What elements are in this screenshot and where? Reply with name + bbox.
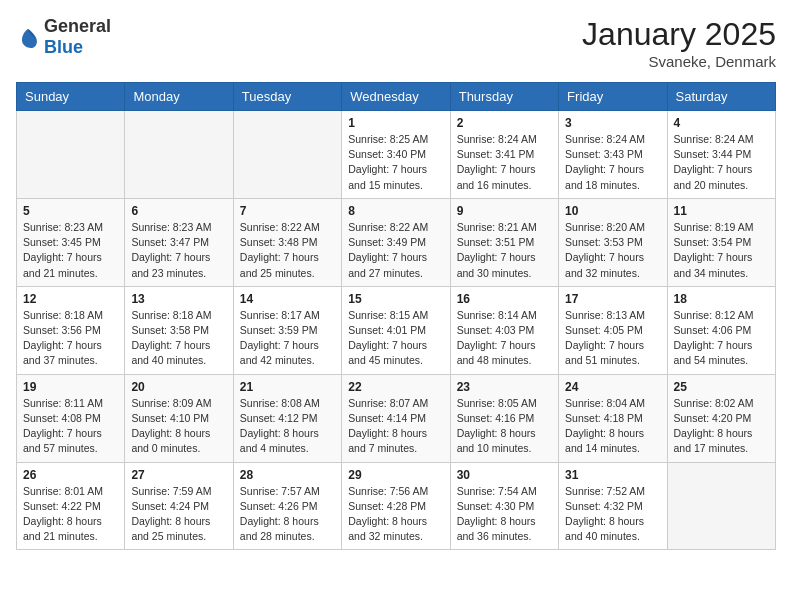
- day-of-week-header: Thursday: [450, 83, 558, 111]
- calendar-week-row: 26Sunrise: 8:01 AMSunset: 4:22 PMDayligh…: [17, 462, 776, 550]
- day-number: 20: [131, 380, 226, 394]
- day-info: Sunrise: 7:54 AMSunset: 4:30 PMDaylight:…: [457, 484, 552, 545]
- day-number: 14: [240, 292, 335, 306]
- location: Svaneke, Denmark: [582, 53, 776, 70]
- calendar-week-row: 19Sunrise: 8:11 AMSunset: 4:08 PMDayligh…: [17, 374, 776, 462]
- day-number: 16: [457, 292, 552, 306]
- day-info: Sunrise: 8:23 AMSunset: 3:45 PMDaylight:…: [23, 220, 118, 281]
- page-header: General Blue January 2025 Svaneke, Denma…: [16, 16, 776, 70]
- day-number: 6: [131, 204, 226, 218]
- calendar-day-cell: 14Sunrise: 8:17 AMSunset: 3:59 PMDayligh…: [233, 286, 341, 374]
- calendar-day-cell: 26Sunrise: 8:01 AMSunset: 4:22 PMDayligh…: [17, 462, 125, 550]
- day-info: Sunrise: 8:24 AMSunset: 3:43 PMDaylight:…: [565, 132, 660, 193]
- day-number: 25: [674, 380, 769, 394]
- day-info: Sunrise: 8:12 AMSunset: 4:06 PMDaylight:…: [674, 308, 769, 369]
- day-number: 24: [565, 380, 660, 394]
- logo: General Blue: [16, 16, 111, 58]
- calendar-day-cell: 7Sunrise: 8:22 AMSunset: 3:48 PMDaylight…: [233, 198, 341, 286]
- day-number: 9: [457, 204, 552, 218]
- day-number: 22: [348, 380, 443, 394]
- calendar-day-cell: 30Sunrise: 7:54 AMSunset: 4:30 PMDayligh…: [450, 462, 558, 550]
- calendar-week-row: 5Sunrise: 8:23 AMSunset: 3:45 PMDaylight…: [17, 198, 776, 286]
- day-info: Sunrise: 8:24 AMSunset: 3:41 PMDaylight:…: [457, 132, 552, 193]
- day-of-week-header: Sunday: [17, 83, 125, 111]
- calendar-day-cell: 3Sunrise: 8:24 AMSunset: 3:43 PMDaylight…: [559, 111, 667, 199]
- calendar-day-cell: [17, 111, 125, 199]
- day-info: Sunrise: 8:24 AMSunset: 3:44 PMDaylight:…: [674, 132, 769, 193]
- calendar-day-cell: 19Sunrise: 8:11 AMSunset: 4:08 PMDayligh…: [17, 374, 125, 462]
- calendar-day-cell: 15Sunrise: 8:15 AMSunset: 4:01 PMDayligh…: [342, 286, 450, 374]
- calendar-table: SundayMondayTuesdayWednesdayThursdayFrid…: [16, 82, 776, 550]
- day-number: 27: [131, 468, 226, 482]
- calendar-day-cell: 12Sunrise: 8:18 AMSunset: 3:56 PMDayligh…: [17, 286, 125, 374]
- day-number: 23: [457, 380, 552, 394]
- calendar-day-cell: 8Sunrise: 8:22 AMSunset: 3:49 PMDaylight…: [342, 198, 450, 286]
- day-number: 4: [674, 116, 769, 130]
- calendar-day-cell: 4Sunrise: 8:24 AMSunset: 3:44 PMDaylight…: [667, 111, 775, 199]
- day-number: 17: [565, 292, 660, 306]
- day-number: 13: [131, 292, 226, 306]
- calendar-day-cell: 11Sunrise: 8:19 AMSunset: 3:54 PMDayligh…: [667, 198, 775, 286]
- day-info: Sunrise: 7:57 AMSunset: 4:26 PMDaylight:…: [240, 484, 335, 545]
- day-info: Sunrise: 8:23 AMSunset: 3:47 PMDaylight:…: [131, 220, 226, 281]
- day-of-week-header: Saturday: [667, 83, 775, 111]
- day-of-week-header: Tuesday: [233, 83, 341, 111]
- day-info: Sunrise: 7:52 AMSunset: 4:32 PMDaylight:…: [565, 484, 660, 545]
- calendar-day-cell: 20Sunrise: 8:09 AMSunset: 4:10 PMDayligh…: [125, 374, 233, 462]
- calendar-day-cell: [667, 462, 775, 550]
- day-number: 31: [565, 468, 660, 482]
- calendar-day-cell: 24Sunrise: 8:04 AMSunset: 4:18 PMDayligh…: [559, 374, 667, 462]
- day-info: Sunrise: 8:19 AMSunset: 3:54 PMDaylight:…: [674, 220, 769, 281]
- day-number: 15: [348, 292, 443, 306]
- day-number: 19: [23, 380, 118, 394]
- day-number: 3: [565, 116, 660, 130]
- day-number: 18: [674, 292, 769, 306]
- calendar-header-row: SundayMondayTuesdayWednesdayThursdayFrid…: [17, 83, 776, 111]
- logo-icon: [16, 25, 40, 49]
- day-number: 5: [23, 204, 118, 218]
- calendar-day-cell: 6Sunrise: 8:23 AMSunset: 3:47 PMDaylight…: [125, 198, 233, 286]
- day-number: 8: [348, 204, 443, 218]
- day-info: Sunrise: 8:13 AMSunset: 4:05 PMDaylight:…: [565, 308, 660, 369]
- calendar-day-cell: 10Sunrise: 8:20 AMSunset: 3:53 PMDayligh…: [559, 198, 667, 286]
- day-info: Sunrise: 8:15 AMSunset: 4:01 PMDaylight:…: [348, 308, 443, 369]
- calendar-week-row: 12Sunrise: 8:18 AMSunset: 3:56 PMDayligh…: [17, 286, 776, 374]
- day-info: Sunrise: 8:18 AMSunset: 3:56 PMDaylight:…: [23, 308, 118, 369]
- calendar-day-cell: 17Sunrise: 8:13 AMSunset: 4:05 PMDayligh…: [559, 286, 667, 374]
- calendar-day-cell: [125, 111, 233, 199]
- day-number: 12: [23, 292, 118, 306]
- calendar-day-cell: 21Sunrise: 8:08 AMSunset: 4:12 PMDayligh…: [233, 374, 341, 462]
- day-of-week-header: Monday: [125, 83, 233, 111]
- calendar-day-cell: 13Sunrise: 8:18 AMSunset: 3:58 PMDayligh…: [125, 286, 233, 374]
- calendar-day-cell: 2Sunrise: 8:24 AMSunset: 3:41 PMDaylight…: [450, 111, 558, 199]
- calendar-day-cell: 29Sunrise: 7:56 AMSunset: 4:28 PMDayligh…: [342, 462, 450, 550]
- day-info: Sunrise: 7:59 AMSunset: 4:24 PMDaylight:…: [131, 484, 226, 545]
- title-section: January 2025 Svaneke, Denmark: [582, 16, 776, 70]
- day-info: Sunrise: 8:22 AMSunset: 3:49 PMDaylight:…: [348, 220, 443, 281]
- day-number: 1: [348, 116, 443, 130]
- calendar-day-cell: 18Sunrise: 8:12 AMSunset: 4:06 PMDayligh…: [667, 286, 775, 374]
- day-info: Sunrise: 8:07 AMSunset: 4:14 PMDaylight:…: [348, 396, 443, 457]
- day-number: 11: [674, 204, 769, 218]
- day-number: 21: [240, 380, 335, 394]
- calendar-day-cell: 16Sunrise: 8:14 AMSunset: 4:03 PMDayligh…: [450, 286, 558, 374]
- day-info: Sunrise: 8:05 AMSunset: 4:16 PMDaylight:…: [457, 396, 552, 457]
- day-info: Sunrise: 8:20 AMSunset: 3:53 PMDaylight:…: [565, 220, 660, 281]
- day-number: 10: [565, 204, 660, 218]
- day-number: 26: [23, 468, 118, 482]
- day-number: 7: [240, 204, 335, 218]
- calendar-day-cell: 22Sunrise: 8:07 AMSunset: 4:14 PMDayligh…: [342, 374, 450, 462]
- calendar-day-cell: 23Sunrise: 8:05 AMSunset: 4:16 PMDayligh…: [450, 374, 558, 462]
- day-info: Sunrise: 8:02 AMSunset: 4:20 PMDaylight:…: [674, 396, 769, 457]
- day-info: Sunrise: 8:18 AMSunset: 3:58 PMDaylight:…: [131, 308, 226, 369]
- day-info: Sunrise: 8:08 AMSunset: 4:12 PMDaylight:…: [240, 396, 335, 457]
- day-info: Sunrise: 8:11 AMSunset: 4:08 PMDaylight:…: [23, 396, 118, 457]
- calendar-day-cell: 28Sunrise: 7:57 AMSunset: 4:26 PMDayligh…: [233, 462, 341, 550]
- calendar-day-cell: 25Sunrise: 8:02 AMSunset: 4:20 PMDayligh…: [667, 374, 775, 462]
- calendar-day-cell: 1Sunrise: 8:25 AMSunset: 3:40 PMDaylight…: [342, 111, 450, 199]
- day-number: 30: [457, 468, 552, 482]
- month-title: January 2025: [582, 16, 776, 53]
- calendar-week-row: 1Sunrise: 8:25 AMSunset: 3:40 PMDaylight…: [17, 111, 776, 199]
- day-number: 29: [348, 468, 443, 482]
- calendar-day-cell: [233, 111, 341, 199]
